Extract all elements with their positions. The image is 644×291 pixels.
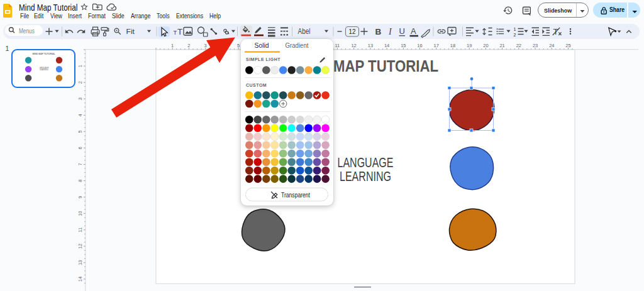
svg-text:2: 2 [77, 81, 83, 84]
svg-text:Abel: Abel [298, 27, 311, 36]
svg-text:U: U [399, 26, 405, 36]
svg-text:12: 12 [77, 244, 83, 249]
svg-text:16: 16 [417, 43, 422, 48]
svg-text:Gradient: Gradient [285, 41, 309, 49]
svg-text:T: T [174, 29, 177, 36]
svg-text:9: 9 [77, 196, 83, 199]
svg-text:13: 13 [77, 260, 83, 265]
svg-text:SIMPLE LIGHT: SIMPLE LIGHT [246, 57, 280, 62]
svg-text:3: 3 [204, 43, 207, 48]
svg-text:22: 22 [516, 43, 521, 48]
svg-text:5: 5 [237, 43, 240, 48]
svg-text:CUSTOM: CUSTOM [246, 83, 267, 87]
svg-text:20: 20 [483, 43, 488, 48]
svg-text:24: 24 [549, 43, 554, 48]
svg-text:10: 10 [77, 211, 83, 216]
svg-text:7: 7 [77, 163, 83, 165]
svg-text:18: 18 [450, 43, 455, 48]
svg-text:1: 1 [514, 27, 516, 31]
svg-text:15: 15 [401, 43, 406, 48]
svg-text:LEARNING: LEARNING [40, 69, 48, 71]
svg-text:2: 2 [187, 43, 190, 48]
svg-text:17: 17 [434, 43, 439, 48]
svg-text:MIND MAP TUTORIAL: MIND MAP TUTORIAL [32, 53, 55, 55]
svg-text:4: 4 [77, 114, 83, 116]
svg-text:I: I [388, 27, 392, 36]
svg-text:1: 1 [171, 43, 174, 48]
svg-text:3: 3 [77, 97, 83, 100]
svg-text:19: 19 [467, 43, 472, 48]
svg-text:B: B [375, 27, 382, 36]
svg-text:A: A [411, 26, 416, 36]
svg-text:14: 14 [384, 43, 389, 48]
svg-text:12: 12 [351, 43, 356, 48]
svg-text:2: 2 [514, 33, 516, 37]
svg-text:13: 13 [368, 43, 373, 48]
svg-text:1: 1 [77, 65, 83, 67]
svg-text:8: 8 [77, 180, 83, 182]
svg-text:T: T [177, 27, 182, 36]
svg-text:5: 5 [77, 130, 83, 133]
svg-text:14: 14 [77, 277, 83, 282]
svg-text:25: 25 [565, 43, 570, 48]
svg-text:6: 6 [77, 146, 83, 149]
svg-text:21: 21 [499, 43, 504, 48]
svg-text:LANGUAGE: LANGUAGE [40, 67, 49, 69]
svg-text:11: 11 [335, 43, 340, 48]
svg-text:LEARNING: LEARNING [340, 168, 391, 184]
svg-text:Fit: Fit [126, 28, 135, 35]
svg-text:11: 11 [77, 228, 83, 233]
svg-text:12: 12 [349, 28, 356, 35]
svg-text:Solid: Solid [254, 41, 269, 49]
svg-text:23: 23 [533, 43, 538, 48]
svg-text:Transparent: Transparent [281, 191, 310, 199]
